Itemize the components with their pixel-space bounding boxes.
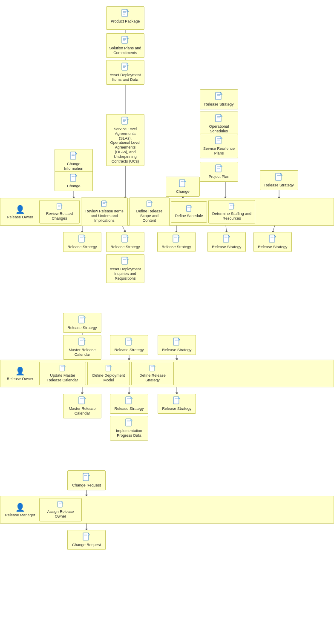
doc-icon — [78, 396, 87, 406]
process-define-rs[interactable]: Define Release Strategy — [131, 362, 174, 386]
process-define-schedule[interactable]: Define Schedule — [171, 201, 207, 223]
asset-deployment-label: Asset Deployment Items and Data — [109, 73, 141, 82]
artifact-c2-mrc: Master Release Calendar — [63, 335, 101, 360]
doc-icon — [69, 174, 78, 184]
doc-icon — [124, 396, 134, 406]
artifact-e1-cr: Change Request — [67, 470, 106, 490]
doc-icon-proc4 — [185, 205, 193, 214]
artifact-d2-rs: Release Strategy — [110, 394, 148, 414]
role-release-manager: 👤 Release Manager — [3, 503, 37, 517]
doc-icon-proc3 — [146, 200, 153, 209]
doc-icon-proc8 — [149, 365, 156, 373]
artifact-c1-rs: Release Strategy — [63, 313, 101, 333]
project-plan-label: Project Plan — [209, 175, 230, 179]
artifact-asset-deployment: Asset Deployment Items and Data — [106, 60, 144, 85]
artifact-svc-resilience: Service Resilience Plans — [200, 134, 238, 158]
b1-rs-label: Release Strategy — [67, 245, 97, 249]
c1-rs-label: Release Strategy — [67, 326, 97, 330]
sla-ola-label: Service Level Agreements (SLAs), Operati… — [109, 127, 141, 163]
person-icon1: 👤 — [15, 205, 25, 214]
artifact-b5-rs: Release Strategy — [207, 232, 246, 252]
b2-rs-label: Release Strategy — [110, 245, 140, 249]
svg-line-10 — [122, 226, 125, 232]
artifact-op-schedules: Operational Schedules — [200, 112, 238, 136]
c4-rs-label: Release Strategy — [162, 348, 191, 352]
doc-icon — [121, 63, 130, 73]
doc-icon — [82, 532, 91, 543]
doc-icon-proc1 — [56, 203, 63, 212]
process-assign-owner[interactable]: Assign Release Owner — [39, 498, 82, 522]
doc-icon — [121, 257, 130, 267]
doc-icon — [268, 235, 277, 245]
swimlane2: 👤 Release Owner Update Master Release Ca… — [0, 360, 334, 387]
d1-mrc-label: Master Release Calendar — [66, 406, 98, 416]
doc-icon-proc6 — [59, 365, 66, 373]
doc-icon — [214, 136, 224, 146]
diagram-container: Product Package Solution Plans and Commi… — [0, 0, 334, 575]
proc-label-define-scope: Define Release Scope and Content — [133, 209, 166, 223]
c3-rs-label: Release Strategy — [114, 348, 144, 352]
doc-icon — [82, 473, 91, 483]
process-update-mrc[interactable]: Update Master Release Calendar — [39, 362, 86, 386]
doc-icon — [121, 36, 130, 46]
process-staffing[interactable]: Determine Staffing and Resources — [208, 200, 255, 224]
doc-icon — [69, 152, 78, 162]
solution-plans-label: Solution Plans and Commitments — [109, 46, 141, 55]
artifact-rs-right1: Release Strategy — [200, 89, 238, 109]
process-review-release[interactable]: Review Release Items and Understand Impl… — [81, 197, 128, 226]
doc-icon — [178, 179, 187, 189]
artifact-c3-rs: Release Strategy — [110, 335, 148, 355]
proc-label-review-release: Review Release Items and Understand Impl… — [85, 209, 124, 223]
proc-label-review-changes: Review Related Changes — [43, 212, 76, 221]
svg-line-12 — [226, 226, 227, 232]
b5-rs-label: Release Strategy — [212, 245, 241, 249]
section2: Release Strategy Master Release Calendar… — [0, 311, 334, 451]
f1-cr-label: Change Request — [72, 543, 101, 547]
proc-label-staffing: Determine Staffing and Resources — [212, 212, 251, 221]
proc-label-update-mrc: Update Master Release Calendar — [43, 373, 82, 383]
role-label2: Release Owner — [7, 377, 33, 381]
doc-icon-proc2 — [101, 200, 108, 209]
change1-label: Change — [67, 184, 81, 189]
role-release-owner2: 👤 Release Owner — [3, 366, 37, 381]
b4-rs-label: Release Strategy — [161, 245, 191, 249]
doc-icon — [222, 235, 231, 245]
artifact-solution-plans: Solution Plans and Commitments — [106, 33, 144, 58]
doc-icon — [274, 173, 284, 183]
doc-icon-proc5 — [228, 203, 236, 212]
doc-icon — [214, 92, 224, 102]
artifact-sla-ola: Service Level Agreements (SLAs), Operati… — [106, 114, 144, 166]
rs-right1-label: Release Strategy — [204, 102, 233, 107]
artifact-change-info: Change Information — [55, 149, 93, 174]
artifact-b4-rs: Release Strategy — [157, 232, 196, 252]
doc-icon — [124, 338, 134, 348]
process-define-deployment[interactable]: Define Deployment Model — [87, 362, 130, 386]
artifact-b2-rs: Release Strategy — [106, 232, 144, 252]
proc-label-assign-owner: Assign Release Owner — [43, 509, 78, 519]
doc-icon — [121, 9, 130, 19]
artifact-b6-rs: Release Strategy — [253, 232, 292, 252]
product-package-label: Product Package — [111, 19, 140, 24]
doc-icon — [121, 117, 130, 127]
svc-resilience-label: Service Resilience Plans — [203, 146, 235, 156]
artifact-d4-rs: Release Strategy — [158, 394, 196, 414]
process-review-changes[interactable]: Review Related Changes — [39, 200, 80, 224]
doc-icon-proc7 — [105, 365, 112, 373]
section3: Change Request 👤 Release Manager Assign … — [0, 468, 334, 570]
doc-icon — [78, 338, 87, 348]
process-define-scope[interactable]: Define Release Scope and Content — [129, 197, 170, 226]
artifact-b1-rs: Release Strategy — [63, 232, 101, 252]
proc-label-define-schedule: Define Schedule — [175, 214, 203, 218]
artifact-product-package: Product Package — [106, 6, 144, 30]
proc-label-define-rs: Define Release Strategy — [135, 373, 170, 383]
artifact-project-plan: Project Plan — [200, 162, 238, 182]
c2-mrc-label: Master Release Calendar — [66, 348, 98, 357]
op-schedules-label: Operational Schedules — [203, 124, 235, 134]
artifact-change1: Change — [55, 171, 93, 191]
artifact-b3-adi: Asset Deployment Inquiries and Requisiti… — [106, 254, 144, 283]
b6-rs-label: Release Strategy — [258, 245, 287, 249]
b3-adi-label: Asset Deployment Inquiries and Requisiti… — [109, 267, 141, 280]
doc-icon — [172, 396, 181, 406]
proc-label-define-deployment: Define Deployment Model — [91, 373, 126, 383]
e1-cr-label: Change Request — [72, 483, 101, 488]
